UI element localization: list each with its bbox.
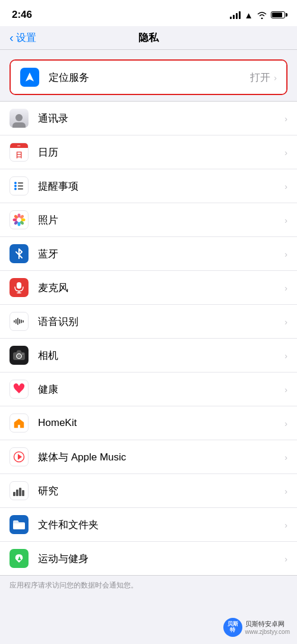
svg-rect-5 [18,188,23,190]
health-label: 健康 [38,383,285,396]
speech-label: 语音识别 [38,315,285,329]
svg-rect-22 [23,320,24,323]
svg-point-0 [14,182,17,184]
chevron-right-icon: › [285,181,287,191]
svg-point-1 [14,185,17,187]
chevron-right-icon: › [285,418,287,428]
svg-rect-28 [13,492,15,496]
svg-point-12 [13,219,17,222]
signal-icon [230,11,241,19]
svg-rect-20 [19,319,20,324]
back-button[interactable]: ‹ 设置 [10,31,36,45]
back-label: 设置 [16,31,36,45]
media-icon [10,447,29,466]
speech-icon [10,312,29,331]
list-item-speech[interactable]: 语音识别 › [0,305,297,339]
svg-rect-29 [16,490,18,496]
fitness-icon: ♟ [10,549,29,568]
svg-text:♟: ♟ [17,556,21,561]
svg-point-2 [14,188,17,190]
files-label: 文件和文件夹 [38,518,285,532]
status-bar: 2:46 ▲ [0,0,297,26]
contacts-label: 通讯录 [38,112,285,125]
list-item-homekit[interactable]: HomeKit › [0,406,297,440]
homekit-label: HomeKit [38,417,285,429]
microphone-label: 麦克风 [38,281,285,295]
chevron-right-icon: › [285,520,287,530]
location-icon [20,68,39,87]
fitness-label: 运动与健身 [38,552,285,566]
list-item-camera[interactable]: 相机 › [0,339,297,372]
files-icon [10,515,29,534]
battery-icon [271,11,285,18]
chevron-right-icon: › [285,384,287,394]
microphone-icon [10,278,29,297]
calendar-icon: ▪▪▪ 日 [10,143,29,162]
list-item-media[interactable]: 媒体与 Apple Music › [0,440,297,474]
svg-rect-30 [19,488,21,496]
chevron-right-icon: › [285,452,287,462]
health-icon [10,380,29,399]
list-item-fitness[interactable]: ♟ 运动与健身 › [0,542,297,575]
svg-rect-14 [17,282,21,289]
watermark-text-block: 贝斯特安卓网 www.zjbstyy.com [245,620,290,635]
watermark: 贝斯特 贝斯特安卓网 www.zjbstyy.com [223,618,290,637]
chevron-right-icon: › [285,283,287,293]
chevron-right-icon: › [285,351,287,361]
svg-rect-21 [21,320,22,323]
watermark-site: 贝斯特安卓网 [245,620,290,629]
svg-rect-3 [18,182,23,184]
wifi-icon [257,11,267,19]
svg-rect-18 [15,319,17,324]
svg-rect-17 [14,320,15,323]
svg-point-8 [21,219,26,222]
research-icon [10,481,29,500]
chevron-right-icon: › [285,249,287,259]
list-item-photos[interactable]: 照片 › [0,203,297,237]
svg-rect-4 [18,185,23,187]
list-item-calendar[interactable]: ▪▪▪ 日 日历 › [0,135,297,169]
page-title: 隐私 [138,31,159,45]
list-item-files[interactable]: 文件和文件夹 › [0,508,297,542]
svg-point-6 [18,214,21,218]
calendar-label: 日历 [38,146,285,159]
list-item-reminders[interactable]: 提醒事项 › [0,169,297,203]
bluetooth-label: 蓝牙 [38,247,285,261]
chevron-right-icon: › [285,486,287,496]
list-item-research[interactable]: 研究 › [0,474,297,508]
chevron-right-icon: › [285,147,287,157]
homekit-icon [10,413,29,433]
reminders-label: 提醒事项 [38,179,285,193]
camera-label: 相机 [38,349,285,362]
camera-icon [10,346,29,365]
bottom-note: 应用程序请求访问您的数据时会通知您。 [0,576,297,595]
chevron-right-icon: › [285,317,287,327]
svg-rect-26 [22,353,24,355]
svg-rect-19 [17,318,18,325]
chevron-right-icon: › [274,72,277,83]
photos-label: 照片 [38,213,285,227]
back-chevron-icon: ‹ [10,31,14,43]
location-services-highlighted: 定位服务 打开 › [10,59,287,95]
svg-rect-31 [22,490,24,496]
svg-point-10 [18,222,21,226]
chevron-right-icon: › [285,215,287,225]
reminders-icon [10,176,29,195]
list-item-microphone[interactable]: 麦克风 › [0,271,297,305]
research-label: 研究 [38,484,285,498]
chevron-right-icon: › [285,113,287,124]
photos-icon [10,210,29,229]
list-item-bluetooth[interactable]: 蓝牙 › [0,237,297,271]
media-label: 媒体与 Apple Music [38,450,285,464]
status-icons: ▲ [230,10,285,20]
privacy-list: 通讯录 › ▪▪▪ 日 日历 › [0,101,297,576]
list-item-location[interactable]: 定位服务 打开 › [11,61,286,94]
location-value: 打开 [250,71,270,84]
location-label: 定位服务 [49,71,250,84]
privacy-list-section: 通讯录 › ▪▪▪ 日 日历 › [0,101,297,595]
list-item-health[interactable]: 健康 › [0,372,297,406]
contacts-icon [10,109,29,128]
status-time: 2:46 [12,9,32,21]
list-item-contacts[interactable]: 通讯录 › [0,102,297,135]
bluetooth-icon [10,244,29,263]
